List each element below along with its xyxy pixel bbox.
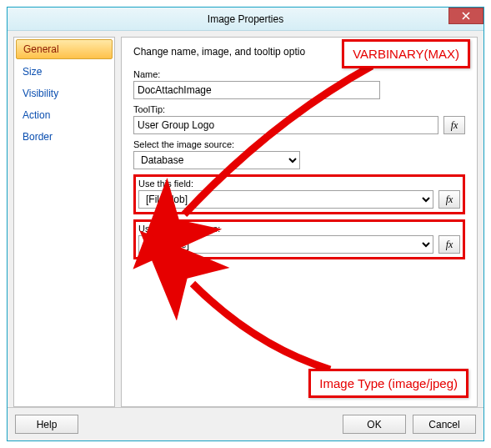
sidebar-item-action[interactable]: Action (16, 106, 113, 124)
tooltip-label: ToolTip: (133, 104, 465, 114)
sidebar-item-border[interactable]: Border (16, 128, 113, 146)
sidebar-label: Action (23, 109, 50, 121)
mime-label: Use this MIME type: (138, 224, 460, 234)
name-label: Name: (133, 69, 465, 79)
source-label: Select the image source: (133, 139, 465, 149)
window-title: Image Properties (208, 13, 283, 25)
titlebar: Image Properties (8, 8, 483, 31)
mime-highlight: Use this MIME type: [FileType] fx (133, 219, 465, 259)
field-fx-button[interactable]: fx (438, 190, 460, 209)
field-highlight: Use this field: [FileBlob] fx (133, 174, 465, 214)
help-button[interactable]: Help (15, 415, 78, 434)
sidebar-label: Visibility (23, 88, 58, 99)
tooltip-fx-button[interactable]: fx (443, 116, 465, 134)
sidebar-label: General (23, 43, 59, 55)
sidebar-label: Size (23, 66, 42, 78)
ok-button[interactable]: OK (343, 415, 406, 434)
sidebar-item-size[interactable]: Size (16, 63, 113, 81)
cancel-button[interactable]: Cancel (413, 415, 476, 434)
fx-icon: fx (446, 239, 453, 251)
mime-select[interactable]: [FileType] (138, 235, 433, 254)
main-panel: Change name, image, and tooltip optio Na… (121, 37, 478, 407)
dialog-footer: Help OK Cancel (8, 407, 483, 440)
close-icon (462, 12, 470, 20)
annotation-imagetype: Image Type (image/jpeg) (308, 369, 468, 398)
mime-fx-button[interactable]: fx (438, 235, 460, 254)
field-label: Use this field: (138, 179, 460, 189)
fx-icon: fx (451, 119, 458, 132)
dialog-body: General Size Visibility Action Border Ch… (8, 31, 483, 407)
image-source-select[interactable]: Database (133, 151, 300, 169)
field-select[interactable]: [FileBlob] (138, 190, 433, 209)
sidebar-label: Border (23, 131, 53, 143)
name-input[interactable] (133, 81, 380, 99)
close-button[interactable] (448, 8, 483, 24)
sidebar-item-visibility[interactable]: Visibility (16, 84, 113, 103)
fx-icon: fx (446, 194, 453, 206)
sidebar-item-general[interactable]: General (16, 39, 113, 59)
sidebar: General Size Visibility Action Border (13, 37, 115, 407)
tooltip-input[interactable] (133, 116, 438, 134)
image-properties-window: Image Properties General Size Visibility… (7, 7, 484, 441)
annotation-varbinary: VARBINARY(MAX) (342, 39, 470, 68)
